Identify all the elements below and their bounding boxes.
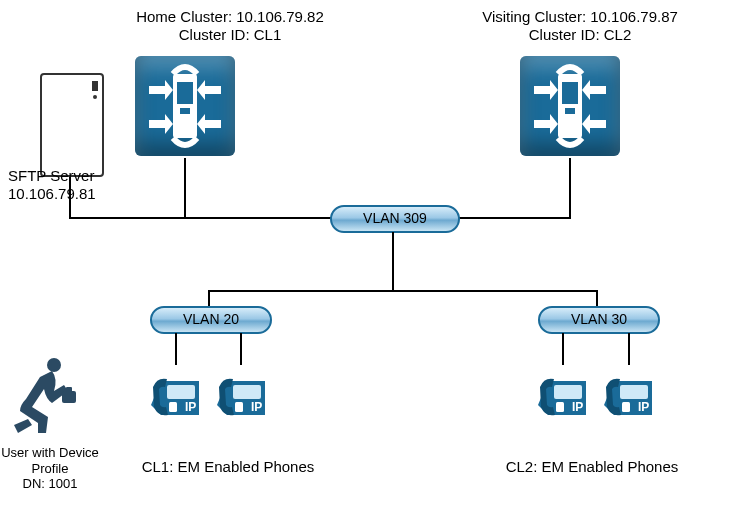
wire — [562, 333, 564, 365]
svg-rect-1 — [177, 82, 193, 104]
visiting-cluster-id: Cluster ID: CL2 — [450, 26, 710, 44]
ip-phone-icon: IP — [211, 365, 271, 425]
svg-rect-12 — [554, 385, 582, 399]
cl1-phones-label: CL1: EM Enabled Phones — [128, 458, 328, 476]
svg-rect-6 — [167, 385, 195, 399]
wire — [184, 158, 186, 219]
wire — [69, 177, 71, 219]
wire — [628, 333, 630, 365]
sftp-server-ip: 10.106.79.81 — [8, 185, 108, 203]
visiting-cluster-label: Visiting Cluster: 10.106.79.87 Cluster I… — [450, 8, 710, 44]
user-label: User with Device Profile DN: 1001 — [0, 445, 104, 492]
svg-rect-2 — [180, 108, 190, 114]
svg-rect-10 — [235, 402, 243, 412]
home-cluster-id: Cluster ID: CL1 — [100, 26, 360, 44]
wire — [458, 217, 571, 219]
sftp-server-icon — [40, 73, 104, 177]
svg-text:IP: IP — [572, 400, 583, 414]
svg-rect-20 — [66, 387, 72, 392]
svg-rect-13 — [556, 402, 564, 412]
ip-phone-icon: IP — [145, 365, 205, 425]
svg-text:IP: IP — [185, 400, 196, 414]
svg-text:IP: IP — [638, 400, 649, 414]
user-line1: User with Device — [0, 445, 104, 461]
user-line3: DN: 1001 — [0, 476, 104, 492]
svg-text:IP: IP — [251, 400, 262, 414]
sftp-server-label: SFTP Server 10.106.79.81 — [0, 167, 108, 203]
vlan-30: VLAN 30 — [538, 306, 660, 334]
cl2-phones-label: CL2: EM Enabled Phones — [492, 458, 692, 476]
home-cluster-title: Home Cluster: 10.106.79.82 — [100, 8, 360, 26]
ip-phone-icon: IP — [598, 365, 658, 425]
svg-rect-19 — [62, 391, 76, 403]
wire — [175, 333, 177, 365]
svg-rect-16 — [622, 402, 630, 412]
wire — [208, 290, 598, 292]
visiting-cluster-icon — [520, 56, 620, 156]
ip-phone-icon: IP — [532, 365, 592, 425]
wire — [569, 158, 571, 219]
user-line2: Profile — [0, 461, 104, 477]
user-icon — [4, 355, 86, 445]
svg-rect-5 — [565, 108, 575, 114]
svg-rect-4 — [562, 82, 578, 104]
vlan-30-label: VLAN 30 — [571, 311, 627, 327]
vlan-20-label: VLAN 20 — [183, 311, 239, 327]
sftp-server-text: SFTP Server — [8, 167, 108, 185]
wire — [184, 217, 331, 219]
visiting-cluster-title: Visiting Cluster: 10.106.79.87 — [450, 8, 710, 26]
home-cluster-icon — [135, 56, 235, 156]
vlan-20: VLAN 20 — [150, 306, 272, 334]
svg-rect-9 — [233, 385, 261, 399]
svg-rect-7 — [169, 402, 177, 412]
home-cluster-label: Home Cluster: 10.106.79.82 Cluster ID: C… — [100, 8, 360, 44]
svg-point-18 — [47, 358, 61, 372]
vlan-309: VLAN 309 — [330, 205, 460, 233]
wire — [240, 333, 242, 365]
wire — [392, 232, 394, 292]
svg-rect-15 — [620, 385, 648, 399]
vlan-309-label: VLAN 309 — [363, 210, 427, 226]
